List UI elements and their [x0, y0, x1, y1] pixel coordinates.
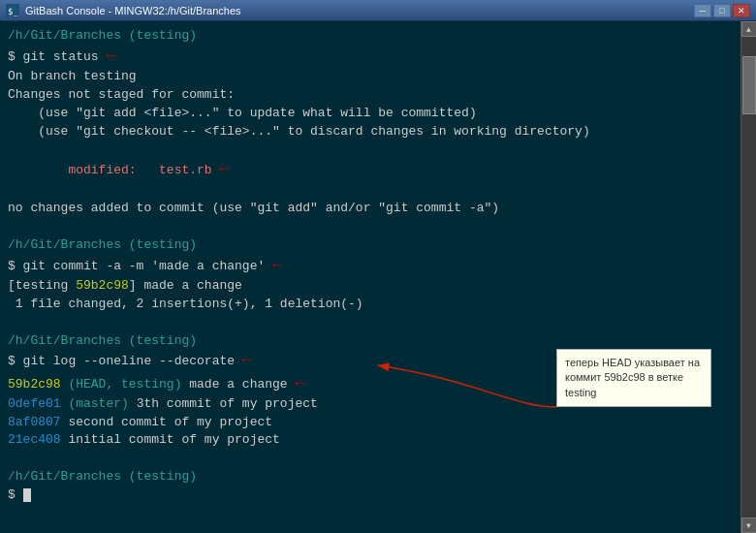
output-no-changes: no changes added to commit (use "git add… [8, 200, 733, 218]
cmd-git-commit: $ git commit -a -m 'made a change' ← [8, 255, 733, 277]
empty-4 [8, 314, 733, 332]
scroll-down-button[interactable]: ▼ [741, 517, 757, 533]
output-commit-result: [testing 59b2c98] made a change [8, 277, 733, 296]
close-button[interactable]: ✕ [733, 4, 750, 17]
svg-text:$_: $_ [8, 7, 18, 16]
scrollbar[interactable]: ▲ ▼ [740, 21, 756, 533]
terminal-area[interactable]: /h/Git/Branches (testing) $ git status ←… [0, 21, 740, 533]
cursor-line: $ [8, 486, 733, 505]
log-entry-3: 8af0807 second commit of my project [8, 414, 733, 432]
empty-1 [8, 141, 733, 159]
window-controls: ─ □ ✕ [694, 4, 750, 17]
cursor-blink [23, 488, 31, 502]
prompt-line-2: /h/Git/Branches (testing) [8, 236, 733, 255]
arrow-git-status: ← [106, 46, 115, 68]
title-bar: $_ GitBash Console - MINGW32:/h/Git/Bran… [0, 0, 756, 21]
empty-2 [8, 181, 733, 200]
main-container: /h/Git/Branches (testing) $ git status ←… [0, 21, 756, 533]
cmd-git-status: $ git status ← [8, 46, 733, 68]
empty-5 [8, 450, 733, 468]
minimize-button[interactable]: ─ [694, 4, 711, 17]
app-icon: $_ [6, 4, 19, 17]
arrow-git-commit: ← [272, 255, 282, 277]
annotation-box: теперь HEAD указывает на коммит 59b2c98 … [556, 349, 711, 407]
arrow-modified: ← [219, 159, 229, 181]
output-on-branch: On branch testing [8, 68, 733, 86]
app-window: $_ GitBash Console - MINGW32:/h/Git/Bran… [0, 0, 756, 533]
scroll-up-button[interactable]: ▲ [741, 21, 757, 37]
maximize-button[interactable]: □ [713, 4, 731, 17]
prompt-line-1: /h/Git/Branches (testing) [8, 27, 733, 46]
empty-3 [8, 218, 733, 236]
title-bar-left: $_ GitBash Console - MINGW32:/h/Git/Bran… [6, 4, 241, 17]
annotation-text: теперь HEAD указывает на коммит 59b2c98 … [565, 357, 700, 398]
arrow-git-log: ← [242, 350, 252, 372]
log-entry-4: 21ec408 initial commit of my project [8, 431, 733, 450]
output-changes-not-staged: Changes not staged for commit: [8, 86, 733, 105]
output-hint-add: (use "git add <file>..." to update what … [8, 105, 733, 123]
output-files-changed: 1 file changed, 2 insertions(+), 1 delet… [8, 296, 733, 314]
prompt-line-4: /h/Git/Branches (testing) [8, 468, 733, 486]
window-title: GitBash Console - MINGW32:/h/Git/Branche… [25, 5, 241, 16]
scrollbar-thumb[interactable] [742, 56, 756, 114]
arrow-log-entry-1: ← [295, 373, 304, 395]
output-hint-checkout: (use "git checkout -- <file>..." to disc… [8, 123, 733, 141]
scrollbar-track [741, 37, 756, 517]
output-modified: modified: test.rb ← [8, 159, 733, 181]
prompt-line-3: /h/Git/Branches (testing) [8, 332, 733, 351]
